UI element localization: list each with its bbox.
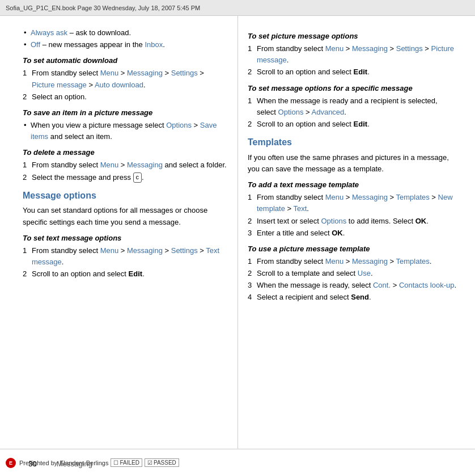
list-item: 4 Select a recipient and select Send. [248, 292, 458, 303]
list-item: 3 Enter a title and select OK. [248, 228, 458, 239]
sub-heading-use-pic-template: To use a picture message template [248, 243, 458, 255]
message-options-intro: You can set standard options for all mes… [23, 205, 227, 228]
list-item: 1 When the message is ready and a recipi… [248, 95, 458, 118]
use-pic-template-steps: 1 From standby select Menu > Messaging >… [248, 256, 458, 304]
sub-heading-text-msg-options: To set text message options [23, 233, 227, 244]
list-item: 2 Scroll to an option and select Edit. [248, 119, 458, 130]
sub-heading-pic-msg-options: To set picture message options [248, 31, 458, 42]
text-msg-options-steps: 1 From standby select Menu > Messaging >… [23, 245, 227, 280]
preflight-text: Preflighted by Elanders Berlings ☐ FAILE… [19, 458, 179, 467]
top-bullets: Always ask – ask to download. Off – new … [23, 27, 227, 50]
save-item-bullets: When you view a picture message select O… [23, 120, 227, 142]
sub-heading-specific-msg-options: To set message options for a specific me… [248, 83, 458, 94]
sub-heading-add-text-template: To add a text message template [248, 179, 458, 191]
bullet-item: Off – new messages appear in the Inbox. [23, 39, 227, 50]
bullet-item: Always ask – ask to download. [23, 27, 227, 39]
list-item: 2 Scroll to an option and select Edit. [23, 268, 227, 280]
list-item: 2 Scroll to a template and select Use. [248, 268, 458, 279]
header-bar: Sofia_UG_P1C_EN.book Page 30 Wednesday, … [0, 0, 475, 16]
section-heading-message-options: Message options [23, 189, 227, 203]
section-heading-templates: Templates [248, 136, 458, 150]
page-number: 30 [28, 460, 36, 468]
templates-intro: If you often use the same phrases and pi… [248, 152, 458, 175]
page-label: Messaging [57, 460, 92, 468]
passed-badge: ☑ PASSED [145, 458, 179, 467]
header-text: Sofia_UG_P1C_EN.book Page 30 Wednesday, … [6, 5, 200, 11]
list-item: 2 Select the message and press c. [23, 172, 227, 183]
sub-heading-auto-download: To set automatic download [23, 55, 227, 66]
list-item: 1 From standby select Menu > Messaging a… [23, 159, 227, 171]
list-item: 2 Insert text or select Options to add i… [248, 216, 458, 227]
auto-download-steps: 1 From standby select Menu > Messaging >… [23, 68, 227, 102]
list-item: 2 Scroll to an option and select Edit. [248, 66, 458, 78]
delete-msg-steps: 1 From standby select Menu > Messaging a… [23, 159, 227, 183]
checkbox-passed-icon: ☑ [147, 460, 152, 466]
list-item: 1 From standby select Menu > Messaging >… [248, 256, 458, 267]
list-item: 2 Select an option. [23, 91, 227, 103]
preflight-logo-icon: E [6, 458, 16, 468]
failed-badge: ☐ FAILED [111, 458, 142, 467]
list-item: 1 From standby select Menu > Messaging >… [23, 68, 227, 90]
list-item: 1 From standby select Menu > Messaging >… [248, 43, 458, 66]
list-item: 1 From standby select Menu > Messaging >… [248, 192, 458, 214]
bullet-item: When you view a picture message select O… [23, 120, 227, 142]
sub-heading-delete-msg: To delete a message [23, 147, 227, 158]
sub-heading-save-item: To save an item in a picture message [23, 107, 227, 119]
c-key: c [133, 172, 142, 182]
list-item: 3 When the message is ready, select Cont… [248, 280, 458, 291]
main-content: Always ask – ask to download. Off – new … [0, 16, 475, 449]
list-item: 1 From standby select Menu > Messaging >… [23, 245, 227, 268]
add-text-template-steps: 1 From standby select Menu > Messaging >… [248, 192, 458, 239]
pic-msg-options-steps: 1 From standby select Menu > Messaging >… [248, 43, 458, 78]
col-left: Always ask – ask to download. Off – new … [0, 16, 238, 449]
col-right: To set picture message options 1 From st… [238, 16, 475, 449]
footer-bar: E Preflighted by Elanders Berlings ☐ FAI… [0, 449, 475, 476]
preflight-label: Preflighted by [19, 460, 57, 466]
specific-msg-options-steps: 1 When the message is ready and a recipi… [248, 95, 458, 130]
checkbox-failed-icon: ☐ [113, 460, 118, 466]
